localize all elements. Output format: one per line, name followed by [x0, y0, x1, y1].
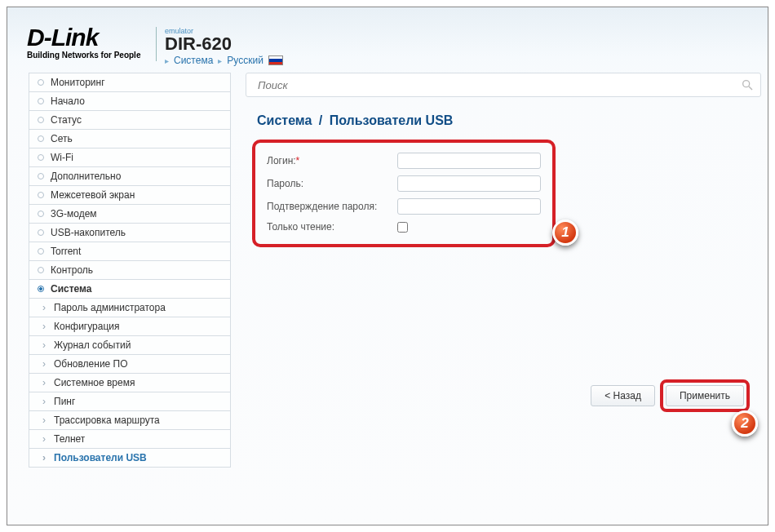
svg-point-0	[743, 81, 750, 87]
password-field[interactable]	[397, 175, 541, 192]
breadcrumb-system[interactable]: Система	[174, 55, 213, 66]
device-model: DIR-620	[165, 35, 283, 53]
sidebar-item[interactable]: Контроль	[29, 261, 231, 280]
apply-highlight: Применить	[660, 379, 750, 412]
sidebar-subitem[interactable]: Пользователи USB	[29, 449, 231, 468]
sidebar-subitem[interactable]: Журнал событий	[29, 336, 231, 355]
apply-button[interactable]: Применить	[666, 385, 744, 406]
header: D-Link Building Networks for People emul…	[7, 7, 768, 73]
search-icon	[741, 78, 754, 91]
password-label: Пароль:	[267, 178, 397, 189]
sidebar-item[interactable]: Сеть	[29, 130, 231, 149]
russia-flag-icon[interactable]	[268, 55, 283, 65]
readonly-checkbox[interactable]	[397, 222, 408, 233]
bullet-icon	[38, 211, 44, 217]
bullet-icon	[38, 286, 44, 292]
brand-logo: D-Link Building Networks for People	[27, 25, 141, 60]
bullet-icon	[38, 79, 44, 86]
sidebar-item-label: Дополнительно	[51, 171, 121, 182]
sidebar-item[interactable]: 3G-модем	[29, 205, 231, 224]
sidebar-subitem[interactable]: Системное время	[29, 374, 231, 392]
bullet-icon	[38, 248, 44, 255]
sidebar-subitem[interactable]: Обновление ПО	[29, 355, 231, 374]
annotation-marker-2: 2	[732, 410, 758, 437]
bullet-icon	[38, 154, 44, 161]
sidebar-subitem-label: Пользователи USB	[54, 452, 147, 463]
sidebar-item[interactable]: Система	[29, 280, 231, 299]
sidebar-item-label: Статус	[51, 114, 82, 126]
sidebar-item[interactable]: Межсетевой экран	[29, 186, 231, 205]
sidebar-subitem[interactable]: Трассировка маршрута	[29, 411, 231, 430]
user-form: Логин:* Пароль: Подтверждение пароля: То…	[252, 140, 556, 247]
bullet-icon	[38, 229, 44, 236]
bullet-icon	[38, 192, 44, 198]
sidebar-item-label: Torrent	[51, 246, 81, 257]
sidebar-item-label: Мониторинг	[51, 77, 105, 88]
page-title-crumb: Система	[257, 113, 312, 127]
sidebar-subitem-label: Конфигурация	[54, 321, 120, 332]
login-field[interactable]	[397, 153, 541, 169]
sidebar-item-label: Контроль	[51, 264, 93, 276]
bullet-icon	[38, 135, 44, 142]
sidebar-subitem[interactable]: Конфигурация	[29, 317, 231, 336]
sidebar-subitem[interactable]: Телнет	[29, 430, 231, 449]
page-title-main: Пользователи USB	[330, 113, 454, 127]
page-title-separator: /	[316, 113, 326, 127]
sidebar-item-label: USB-накопитель	[51, 227, 126, 238]
bullet-icon	[38, 173, 44, 180]
brand-slogan: Building Networks for People	[27, 51, 140, 60]
sidebar-item-label: Начало	[51, 95, 85, 107]
sidebar-subitem-label: Пароль администратора	[54, 302, 166, 313]
sidebar-subitem[interactable]: Пинг	[29, 392, 231, 411]
header-separator	[156, 27, 157, 61]
bullet-icon	[38, 267, 44, 273]
bullet-icon	[38, 117, 44, 123]
sidebar-subitem-label: Телнет	[54, 433, 85, 445]
sidebar-item[interactable]: Дополнительно	[29, 167, 231, 186]
sidebar-item[interactable]: Мониторинг	[29, 73, 231, 92]
breadcrumb: ▸ Система ▸ Русский	[165, 55, 283, 66]
sidebar-item[interactable]: Статус	[29, 111, 231, 130]
sidebar-item[interactable]: USB-накопитель	[29, 224, 231, 242]
sidebar-subitem-label: Обновление ПО	[54, 358, 128, 370]
sidebar: МониторингНачалоСтатусСетьWi-FiДополните…	[29, 73, 231, 518]
sidebar-item-label: Wi-Fi	[51, 152, 73, 163]
annotation-marker-1: 1	[552, 219, 578, 246]
brand-name: D-Link	[27, 25, 98, 50]
sidebar-item[interactable]: Torrent	[29, 242, 231, 261]
sidebar-item-label: Система	[51, 283, 92, 295]
confirm-password-field[interactable]	[397, 198, 541, 215]
sidebar-item[interactable]: Wi-Fi	[29, 149, 231, 167]
sidebar-subitem-label: Пинг	[54, 396, 75, 407]
chevron-right-icon: ▸	[218, 56, 222, 65]
back-button[interactable]: < Назад	[591, 385, 655, 406]
svg-line-1	[749, 86, 752, 90]
chevron-right-icon: ▸	[165, 56, 169, 65]
sidebar-item[interactable]: Начало	[29, 92, 231, 111]
action-buttons: < Назад Применить	[591, 379, 750, 412]
breadcrumb-language[interactable]: Русский	[227, 55, 264, 66]
sidebar-subitem[interactable]: Пароль администратора	[29, 299, 231, 317]
sidebar-item-label: Сеть	[51, 133, 73, 144]
login-label: Логин:*	[267, 155, 397, 166]
sidebar-item-label: 3G-модем	[51, 208, 97, 219]
sidebar-subitem-label: Системное время	[54, 377, 135, 388]
bullet-icon	[38, 98, 44, 104]
sidebar-item-label: Межсетевой экран	[51, 189, 135, 201]
search-box[interactable]	[246, 73, 761, 97]
sidebar-subitem-label: Трассировка маршрута	[54, 415, 160, 426]
search-input[interactable]	[258, 79, 741, 91]
confirm-password-label: Подтверждение пароля:	[267, 201, 397, 212]
main-content: Система / Пользователи USB Логин:* Парол…	[246, 73, 761, 518]
sidebar-subitem-label: Журнал событий	[54, 339, 131, 351]
readonly-label: Только чтение:	[267, 221, 397, 233]
page-title: Система / Пользователи USB	[257, 113, 761, 128]
